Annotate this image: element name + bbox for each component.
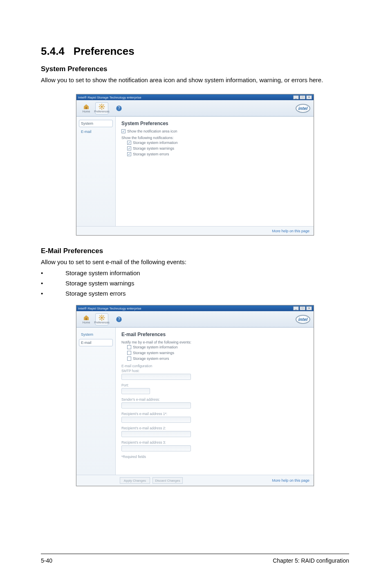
label-sender: Sender's e-mail address:: [121, 397, 308, 402]
status-bar: Apply Changes Discard Changes More help …: [76, 475, 314, 486]
row-errors: Storage system errors: [133, 152, 169, 156]
input-rcpt1[interactable]: [121, 417, 191, 423]
sidebar-item-system[interactable]: System: [79, 331, 113, 338]
bullet-dot: •: [41, 269, 47, 276]
help-button[interactable]: ?: [112, 102, 126, 114]
svg-line-18: [100, 316, 101, 317]
gear-icon: [98, 103, 105, 110]
titlebar: Intel® Rapid Storage Technology enterpri…: [76, 94, 314, 100]
titlebar: Intel® Rapid Storage Technology enterpri…: [76, 305, 314, 311]
checkbox-errors[interactable]: ✓: [127, 152, 131, 156]
apply-button[interactable]: Apply Changes: [120, 477, 150, 484]
label-rcpt3: Recipient's e-mail address 3:: [121, 440, 308, 444]
tab-home[interactable]: Home: [80, 313, 93, 325]
help-button[interactable]: ?: [112, 313, 126, 325]
intel-logo-text: intel: [296, 104, 310, 113]
maximize-button[interactable]: □: [300, 306, 305, 310]
window-title: Intel® Rapid Storage Technology enterpri…: [78, 307, 141, 310]
checkbox-email-info[interactable]: [127, 345, 131, 349]
tab-preferences[interactable]: Preferences: [95, 102, 108, 114]
help-link[interactable]: More help on this page: [272, 478, 309, 483]
notify-intro: Notify me by e-mail of the following eve…: [121, 340, 308, 344]
minimize-button[interactable]: _: [293, 306, 299, 310]
sidebar: System E-mail: [76, 328, 116, 475]
home-icon: [83, 314, 90, 321]
figure-email-preferences: Intel® Rapid Storage Technology enterpri…: [41, 304, 349, 498]
tab-home-label: Home: [83, 110, 90, 113]
content-panel: E-mail Preferences Notify me by e-mail o…: [116, 328, 314, 475]
svg-point-13: [101, 316, 103, 319]
home-icon: [83, 103, 90, 110]
svg-line-9: [100, 108, 101, 109]
bullet-1: Storage system information: [65, 269, 140, 276]
opt-warn: Storage system warnings: [133, 351, 174, 355]
required-note: *Required fields: [121, 455, 308, 459]
panel-title: System Preferences: [121, 121, 308, 126]
emailpref-title: E-Mail Preferences: [41, 247, 349, 255]
label-smtp: SMTP host:: [121, 369, 308, 373]
close-button[interactable]: ×: [306, 95, 312, 99]
close-button[interactable]: ×: [306, 306, 312, 310]
checkbox-info[interactable]: ✓: [127, 141, 131, 145]
figure-system-preferences: Intel® Rapid Storage Technology enterpri…: [41, 90, 349, 247]
input-smtp[interactable]: [121, 374, 191, 380]
label-rcpt2: Recipient's e-mail address 2:: [121, 426, 308, 430]
tab-home[interactable]: Home: [80, 102, 93, 114]
input-sender[interactable]: [121, 402, 191, 408]
maximize-button[interactable]: □: [300, 95, 305, 99]
minimize-button[interactable]: _: [293, 95, 299, 99]
intel-logo: intel: [296, 315, 310, 324]
opt-err: Storage system errors: [133, 357, 169, 361]
help-icon: ?: [115, 105, 123, 112]
bullet-list: •Storage system information •Storage sys…: [41, 269, 349, 297]
checkbox-email-warn[interactable]: [127, 351, 131, 355]
panel-title: E-mail Preferences: [121, 332, 308, 337]
toolbar: Home Preferences ? intel: [76, 100, 314, 117]
intel-logo: intel: [296, 104, 310, 113]
svg-line-8: [103, 105, 104, 106]
tab-preferences[interactable]: Preferences: [95, 313, 108, 325]
checkbox-warnings[interactable]: ✓: [127, 146, 131, 150]
syspref-title: System Preferences: [41, 65, 349, 73]
svg-line-20: [103, 316, 104, 317]
input-rcpt3[interactable]: [121, 445, 191, 451]
row-warnings: Storage system warnings: [133, 146, 174, 150]
tab-home-label: Home: [83, 321, 90, 324]
svg-line-6: [100, 105, 101, 106]
content-panel: System Preferences ✓ Show the notificati…: [116, 117, 314, 226]
svg-text:?: ?: [118, 106, 120, 110]
sidebar-item-email[interactable]: E-mail: [79, 339, 113, 346]
tab-preferences-label: Preferences: [94, 110, 110, 113]
bullet-3: Storage system errors: [65, 290, 126, 297]
opt-info: Storage system information: [133, 345, 178, 349]
chapter-label: Chapter 5: RAID configuration: [273, 557, 349, 564]
help-icon: ?: [115, 316, 123, 323]
svg-text:?: ?: [118, 317, 120, 321]
label-rcpt1: Recipient's e-mail address 1*:: [121, 412, 308, 416]
sidebar-item-system[interactable]: System: [79, 120, 113, 127]
input-rcpt2[interactable]: [121, 431, 191, 437]
section-title: Preferences: [74, 45, 134, 57]
bullet-dot: •: [41, 290, 47, 297]
sidebar-item-email[interactable]: E-mail: [79, 128, 113, 135]
input-port[interactable]: [121, 388, 150, 394]
page-number: 5-40: [41, 557, 52, 564]
notifications-intro: Show the following notifications:: [121, 136, 308, 140]
sidebar: System E-mail: [76, 117, 116, 226]
status-bar: More help on this page: [76, 226, 314, 235]
syspref-desc: Allow you to set to show the notificatio…: [41, 76, 349, 84]
tab-preferences-label: Preferences: [94, 321, 110, 324]
discard-button[interactable]: Discard Changes: [152, 477, 183, 484]
checkbox-show-icon[interactable]: ✓: [121, 129, 126, 133]
window-title: Intel® Rapid Storage Technology enterpri…: [78, 96, 141, 99]
checkbox-email-err[interactable]: [127, 357, 131, 361]
bullet-2: Storage system warnings: [65, 280, 134, 287]
app-window-2: Intel® Rapid Storage Technology enterpri…: [76, 305, 314, 486]
section-heading: 5.4.4Preferences: [41, 45, 349, 58]
help-link[interactable]: More help on this page: [272, 229, 309, 233]
group-email-config: E-mail configuration: [121, 364, 308, 368]
app-window-1: Intel® Rapid Storage Technology enterpri…: [76, 94, 314, 236]
svg-rect-0: [85, 107, 87, 109]
svg-point-1: [101, 105, 103, 108]
svg-line-21: [100, 319, 101, 320]
